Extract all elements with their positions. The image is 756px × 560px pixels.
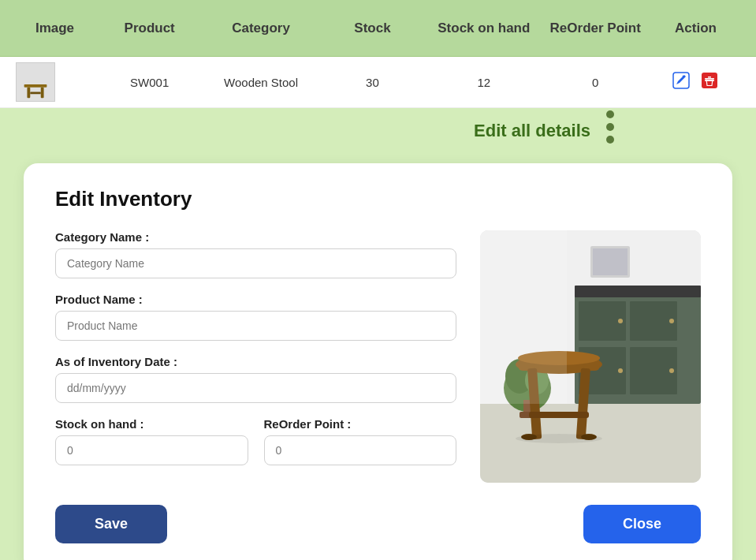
card-title: Edit Inventory bbox=[55, 187, 701, 211]
svg-point-20 bbox=[669, 319, 674, 323]
stock-label: Stock on hand : bbox=[55, 417, 248, 431]
date-group: As of Inventory Date : bbox=[55, 355, 456, 403]
svg-rect-0 bbox=[17, 63, 54, 101]
svg-rect-11 bbox=[480, 404, 701, 483]
col-header-reorder: ReOrder Point bbox=[540, 21, 651, 36]
dot-2 bbox=[606, 123, 614, 131]
svg-point-22 bbox=[669, 368, 674, 373]
reorder-label: ReOrder Point : bbox=[264, 417, 457, 431]
svg-rect-8 bbox=[708, 77, 711, 78]
image-section bbox=[480, 230, 701, 483]
svg-rect-14 bbox=[575, 286, 701, 297]
product-input[interactable] bbox=[55, 311, 456, 341]
product-image-svg bbox=[480, 230, 701, 483]
col-action-buttons bbox=[651, 70, 740, 95]
table-header: Image Product Category Stock Stock on ha… bbox=[0, 0, 756, 57]
stock-row: Stock on hand : ReOrder Point : bbox=[55, 417, 456, 480]
table-row: SW001 Wooden Stool 30 12 0 bbox=[0, 57, 756, 108]
reorder-group: ReOrder Point : bbox=[264, 417, 457, 465]
svg-point-38 bbox=[516, 434, 602, 443]
col-header-stock-on-hand: Stock on hand bbox=[428, 21, 539, 36]
svg-rect-1 bbox=[24, 84, 47, 88]
col-product-code: SW001 bbox=[94, 76, 205, 89]
stock-group: Stock on hand : bbox=[55, 417, 248, 465]
product-image-box bbox=[480, 230, 701, 483]
col-category: Wooden Stool bbox=[205, 76, 316, 89]
dot-3 bbox=[606, 136, 614, 144]
buttons-row: Save Close bbox=[55, 505, 701, 543]
main-content: Edit Inventory Category Name : Product N… bbox=[0, 151, 756, 560]
col-header-category: Category bbox=[205, 21, 316, 36]
delete-button[interactable] bbox=[699, 70, 720, 95]
date-label: As of Inventory Date : bbox=[55, 355, 456, 368]
col-reorder-point: 0 bbox=[540, 76, 651, 89]
col-image bbox=[16, 62, 94, 102]
reorder-input[interactable] bbox=[264, 435, 457, 465]
svg-rect-2 bbox=[27, 88, 30, 98]
col-header-action: Action bbox=[651, 21, 740, 36]
edit-button[interactable] bbox=[671, 70, 691, 95]
tooltip-label: Edit all details bbox=[474, 121, 590, 141]
col-header-image: Image bbox=[16, 21, 94, 36]
svg-point-21 bbox=[618, 368, 623, 373]
form-and-image: Category Name : Product Name : As of Inv… bbox=[55, 230, 701, 483]
edit-inventory-card: Edit Inventory Category Name : Product N… bbox=[24, 163, 732, 560]
svg-point-19 bbox=[618, 319, 623, 323]
svg-rect-29 bbox=[593, 248, 628, 275]
col-header-product: Product bbox=[94, 21, 205, 36]
category-input[interactable] bbox=[55, 248, 456, 278]
tooltip-dots bbox=[606, 108, 614, 146]
svg-rect-35 bbox=[529, 412, 589, 418]
col-header-stock: Stock bbox=[317, 21, 428, 36]
col-stock: 30 bbox=[317, 76, 428, 89]
category-group: Category Name : bbox=[55, 230, 456, 278]
svg-rect-9 bbox=[705, 78, 714, 80]
product-label: Product Name : bbox=[55, 293, 456, 306]
form-section: Category Name : Product Name : As of Inv… bbox=[55, 230, 456, 483]
category-label: Category Name : bbox=[55, 230, 456, 244]
tooltip-area: Edit all details bbox=[0, 108, 756, 151]
col-stock-on-hand: 12 bbox=[428, 76, 539, 89]
svg-rect-39 bbox=[480, 230, 567, 404]
stock-input[interactable] bbox=[55, 435, 248, 465]
svg-rect-3 bbox=[41, 88, 44, 98]
dot-1 bbox=[606, 110, 614, 118]
close-button[interactable]: Close bbox=[583, 505, 701, 543]
product-group: Product Name : bbox=[55, 293, 456, 341]
save-button[interactable]: Save bbox=[55, 505, 167, 543]
product-thumbnail bbox=[16, 62, 55, 102]
date-input[interactable] bbox=[55, 373, 456, 403]
svg-rect-4 bbox=[30, 91, 40, 94]
